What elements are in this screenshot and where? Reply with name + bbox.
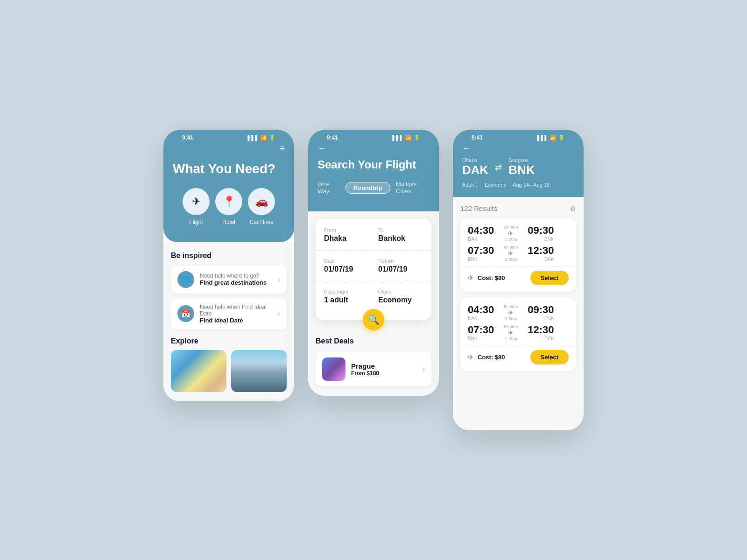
search-title: Search Your Flight [317,158,430,171]
flight-row-2a: 04:30 DAK 6h 40m ✈ 1 Stop 09:30 BNK [468,304,569,321]
flight-meta-2b: 6h 40m ✈ 1 Stop [497,324,525,341]
status-bar-1: 9:41 ▌▌▌ 📶 🔋 [173,130,285,144]
flight-rows-2: 04:30 DAK 6h 40m ✈ 1 Stop 09:30 BNK [468,304,569,341]
time-3: 9:41 [472,134,483,141]
search-fab-button[interactable]: 🔍 [363,309,384,330]
form-row-route: From Dhaka To Bankok [324,227,423,243]
tab-multicities[interactable]: Multiple Cities [396,181,430,195]
flight-label: Flight [189,219,203,225]
phones-container: 9:41 ▌▌▌ 📶 🔋 ≡ What You Need? ✈ Flight 📍 [163,130,584,430]
route-header: Dhaka DAK ⇄ Bangkok BNK [462,157,574,177]
date-value: 01/07/19 [324,265,369,273]
select-button-2[interactable]: Select [530,350,569,364]
car-icon: 🚗 [248,188,275,215]
trip-tabs: One Way Roundtrip Multiple Cities [317,181,430,195]
be-inspired-title: Be inspired [171,252,287,260]
explore-title: Explore [171,337,287,345]
passenger-value: 1 adult [324,296,369,304]
time-2: 9:41 [327,134,338,141]
arr-airport-1b: DAK [528,257,554,262]
footer-plane-icon-2: ✈ [468,353,474,362]
deal-price: From $180 [351,370,417,377]
deal-city: Prague [351,362,417,370]
plane-icon-2b: ✈ [508,329,514,336]
to-city: Bangkok BNK [508,157,535,177]
phone-results: 9:41 ▌▌▌ 📶 🔋 ← Dhaka DAK ⇄ Bangkok BNK [453,130,584,430]
dep-time-2: 04:30 [468,304,494,316]
arr-time-2b: 12:30 [528,324,554,336]
return-value: 01/07/19 [378,265,423,273]
categories: ✈ Flight 📍 Hotel 🚗 Car Hires [173,188,285,225]
arrow-icon-2: › [278,310,280,317]
dep-time-1: 04:30 [468,224,494,237]
phone-search: 9:41 ▌▌▌ 📶 🔋 ← Search Your Flight One Wa… [308,130,439,396]
date-field[interactable]: Date 01/07/19 [324,258,369,273]
plane-icon-1b: ✈ [508,250,514,257]
phone-home: 9:41 ▌▌▌ 📶 🔋 ≡ What You Need? ✈ Flight 📍 [163,130,294,401]
to-field[interactable]: To Bankok [378,227,423,243]
car-label: Car Hires [250,219,274,225]
tab-roundtrip[interactable]: Roundtrip [345,182,390,194]
passenger-field[interactable]: Passenger 1 adult [324,289,369,304]
to-label: To [378,227,423,233]
search-form-card: From Dhaka To Bankok Date 01/07/19 [316,219,431,320]
flight-card-footer-2: ✈ Cost: $80 Select [468,350,569,364]
deal-thumbnail [322,357,345,381]
class-field[interactable]: Class Economy [378,289,423,304]
status-bar-2: 9:41 ▌▌▌ 📶 🔋 [317,130,430,144]
tab-oneway[interactable]: One Way [317,181,340,195]
time-1: 9:41 [182,134,193,141]
date-label: Date [324,258,369,264]
status-icons-3: ▌▌▌ 📶 🔋 [537,135,565,141]
dep-airport-1b: BNK [468,257,494,262]
inspire-text-1: Need help where to go? Find great destin… [200,273,272,286]
category-hotel[interactable]: 📍 Hotel [215,188,242,225]
return-label: Return [378,258,423,264]
flight-meta-1b: 6h 40m ✈ 1 Stop [497,245,525,262]
results-content: 122 Results ⚙ 04:30 DAK 6h 40m ✈ [453,197,584,430]
select-button-1[interactable]: Select [530,271,569,285]
inspire-text-2: Need help when Find Ideal Date Find Idea… [200,304,272,324]
results-header: 122 Results ⚙ [460,204,576,212]
flight-card-1: 04:30 DAK 6h 40m ✈ 1 Stop 09:30 BNK [460,218,576,292]
category-flight[interactable]: ✈ Flight [183,188,210,225]
from-field[interactable]: From Dhaka [324,227,369,243]
flight-meta-2a: 6h 40m ✈ 1 Stop [497,304,525,321]
back-button-2[interactable]: ← [317,144,430,154]
inspire-card-date[interactable]: 📅 Need help when Find Ideal Date Find Id… [171,298,287,329]
flight-row-1b: 07:30 BNK 6h 40m ✈ 1 Stop 12:30 DAK [468,245,569,262]
from-city-code: DAK [462,163,488,177]
from-city: Dhaka DAK [462,157,488,177]
dep-time-1b: 07:30 [468,245,494,257]
filter-icon[interactable]: ⚙ [570,205,576,212]
deal-card-prague[interactable]: Prague From $180 › [316,352,431,386]
inspire-card-destinations[interactable]: 🌐 Need help where to go? Find great dest… [171,266,287,294]
wifi-icon: 📶 [261,135,267,141]
home-headline: What You Need? [173,161,285,177]
meta-class: Economy [485,182,506,188]
to-city-code: BNK [508,163,535,177]
flight-row-2b: 07:30 BNK 6h 40m ✈ 1 Stop 12:30 DAK [468,324,569,341]
status-icons-2: ▌▌▌ 📶 🔋 [393,135,420,141]
plane-icon-2a: ✈ [508,309,514,316]
menu-icon[interactable]: ≡ [173,144,285,154]
route-meta: Adult 1 Economy Aug 14 - Aug 19 [462,182,574,188]
results-count: 122 Results [460,204,497,212]
arr-time-1: 09:30 [528,224,554,237]
mountain-image[interactable] [231,350,287,392]
battery-icon-3: 🔋 [558,135,565,141]
class-label: Class [378,289,423,294]
dep-airport-2: DAK [468,316,494,321]
battery-icon: 🔋 [269,135,275,141]
status-icons-1: ▌▌▌ 📶 🔋 [248,135,275,141]
back-button-3[interactable]: ← [462,144,574,154]
footer-plane-icon-1: ✈ [468,273,474,282]
dep-airport-1: DAK [468,237,494,242]
return-field[interactable]: Return 01/07/19 [378,258,423,273]
category-car[interactable]: 🚗 Car Hires [248,188,275,225]
hotel-icon: 📍 [215,188,242,215]
dep-airport-2b: BNK [468,336,494,341]
beach-image[interactable] [171,350,226,392]
search-icon: 🔍 [368,314,380,325]
from-value: Dhaka [324,234,369,243]
